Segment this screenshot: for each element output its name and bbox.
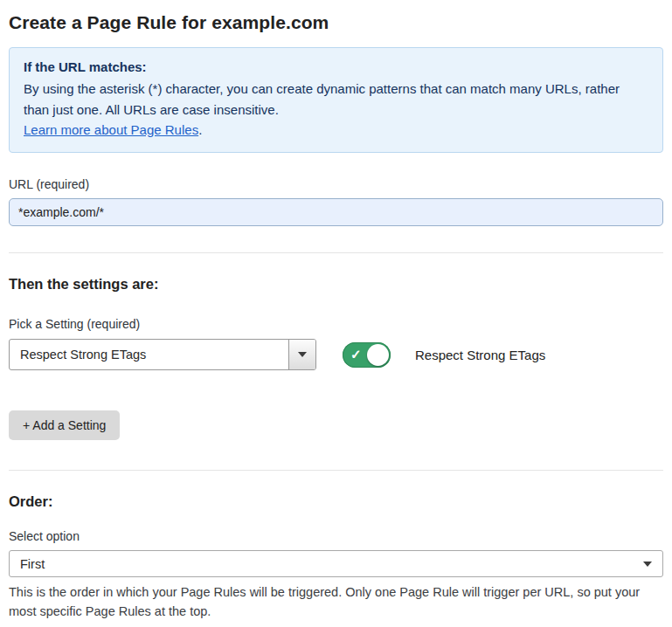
info-box-link-line: Learn more about Page Rules.: [24, 120, 648, 140]
respect-strong-etags-toggle[interactable]: ✓: [343, 342, 391, 368]
order-section-heading: Order:: [9, 493, 663, 510]
settings-section-heading: Then the settings are:: [9, 276, 663, 293]
page-rule-form: Create a Page Rule for example.com If th…: [0, 0, 672, 627]
info-box-heading: If the URL matches:: [24, 57, 648, 77]
add-setting-button[interactable]: + Add a Setting: [9, 410, 120, 440]
divider: [9, 470, 663, 471]
order-help-text: This is the order in which your Page Rul…: [9, 583, 663, 622]
chevron-down-icon: [298, 352, 307, 357]
toggle-label: Respect Strong ETags: [415, 348, 545, 362]
learn-more-link[interactable]: Learn more about Page Rules: [24, 122, 198, 137]
order-select-value: First: [20, 557, 45, 571]
setting-row: Respect Strong ETags ✓ Respect Strong ET…: [9, 339, 663, 370]
url-match-info-box: If the URL matches: By using the asteris…: [9, 47, 663, 153]
url-field-label: URL (required): [9, 177, 663, 191]
info-box-body: By using the asterisk (*) character, you…: [24, 79, 648, 120]
link-suffix: .: [198, 122, 202, 137]
setting-select[interactable]: Respect Strong ETags: [9, 339, 316, 370]
check-icon: ✓: [350, 348, 362, 361]
divider: [9, 252, 663, 253]
setting-select-value: Respect Strong ETags: [10, 340, 288, 369]
chevron-down-icon: [643, 562, 652, 567]
order-select[interactable]: First: [9, 550, 663, 577]
page-title: Create a Page Rule for example.com: [9, 12, 663, 33]
order-select-label: Select option: [9, 529, 663, 543]
pick-setting-label: Pick a Setting (required): [9, 317, 663, 331]
setting-select-caret-button[interactable]: [288, 340, 315, 369]
url-input[interactable]: [9, 198, 663, 226]
toggle-knob: [367, 344, 389, 366]
